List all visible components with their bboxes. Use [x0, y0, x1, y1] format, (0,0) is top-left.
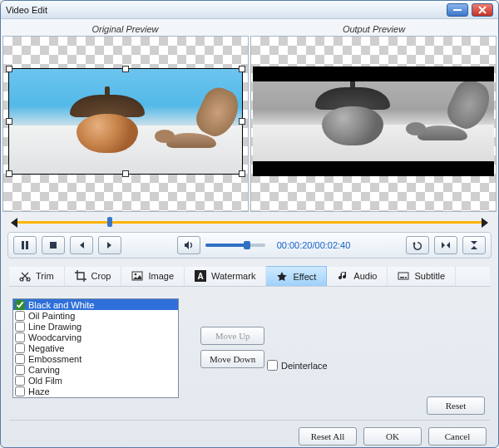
tab-label: Watermark	[211, 271, 255, 281]
list-item[interactable]: Old Film	[13, 375, 178, 386]
ok-button[interactable]: OK	[363, 427, 422, 446]
effect-checkbox[interactable]	[15, 354, 25, 364]
crop-handle[interactable]	[6, 170, 12, 177]
original-preview-label: Original Preview	[1, 24, 250, 34]
effect-checkbox[interactable]	[15, 300, 25, 310]
output-preview	[250, 36, 497, 212]
cancel-button[interactable]: Cancel	[428, 427, 487, 446]
reset-all-button[interactable]: Reset All	[299, 427, 357, 446]
effect-name: Old Film	[28, 376, 62, 386]
tab-label: Subtitle	[414, 271, 445, 281]
svg-point-6	[135, 273, 137, 276]
image-icon	[131, 270, 143, 282]
tab-label: Image	[148, 271, 174, 281]
original-preview[interactable]	[2, 36, 249, 212]
effect-panel: Black and WhiteOil PaintingLine DrawingW…	[9, 293, 490, 416]
effect-name: Shadow	[28, 397, 62, 398]
set-in-point-button[interactable]	[70, 236, 93, 254]
deinterlace-checkbox[interactable]: Deinterlace	[267, 360, 328, 371]
effect-name: Oil Painting	[28, 311, 75, 321]
tab-subtitle[interactable]: Subtitle	[388, 266, 456, 286]
svg-rect-0	[22, 241, 24, 249]
effect-name: Woodcarving	[28, 332, 82, 342]
effect-checkbox[interactable]	[15, 397, 25, 398]
tab-crop[interactable]: Crop	[65, 266, 122, 286]
tab-image[interactable]: Image	[121, 266, 185, 286]
effect-checkbox[interactable]	[15, 376, 25, 386]
effect-checkbox[interactable]	[15, 386, 25, 396]
move-down-button[interactable]: Move Down	[200, 350, 264, 368]
note-icon	[337, 270, 348, 282]
svg-rect-7	[398, 273, 408, 279]
flip-vertical-button[interactable]	[462, 236, 486, 254]
playhead[interactable]	[107, 217, 112, 227]
effect-list[interactable]: Black and WhiteOil PaintingLine DrawingW…	[12, 298, 179, 398]
timeline[interactable]	[12, 215, 487, 230]
tab-label: Crop	[91, 271, 111, 281]
reset-button[interactable]: Reset	[427, 396, 485, 415]
tab-trim[interactable]: Trim	[9, 266, 65, 286]
crop-handle[interactable]	[6, 66, 12, 72]
crop-handle[interactable]	[239, 66, 245, 72]
pause-button[interactable]	[13, 236, 37, 254]
volume-button[interactable]	[177, 236, 200, 254]
effect-checkbox[interactable]	[15, 322, 25, 332]
trim-start-marker-icon[interactable]	[11, 218, 17, 228]
list-item[interactable]: Black and White	[13, 299, 178, 310]
flip-horizontal-button[interactable]	[434, 236, 457, 254]
tab-label: Trim	[36, 271, 54, 281]
output-preview-label: Output Preview	[250, 24, 498, 34]
list-item[interactable]: Embossment	[13, 353, 178, 364]
effect-checkbox[interactable]	[15, 332, 25, 342]
effect-name: Haze	[28, 386, 50, 396]
svg-rect-8	[400, 277, 404, 278]
crop-handle[interactable]	[239, 170, 245, 177]
list-item[interactable]: Haze	[13, 386, 178, 396]
stop-button[interactable]	[42, 236, 65, 254]
tab-effect[interactable]: Effect	[266, 266, 327, 286]
list-item[interactable]: Line Drawing	[13, 321, 178, 332]
svg-rect-9	[405, 277, 407, 278]
list-item[interactable]: Shadow	[13, 396, 178, 397]
trim-end-marker-icon[interactable]	[482, 218, 488, 228]
crop-icon	[75, 270, 86, 282]
list-item[interactable]: Oil Painting	[13, 310, 178, 321]
effect-name: Embossment	[28, 354, 82, 364]
crop-handle[interactable]	[239, 118, 245, 125]
effect-checkbox[interactable]	[15, 311, 25, 321]
deinterlace-label: Deinterlace	[281, 361, 328, 371]
text-icon: A	[195, 270, 206, 282]
transport-bar: 00:00:20/00:02:40	[7, 232, 492, 258]
tab-label: Audio	[353, 271, 377, 281]
list-item[interactable]: Negative	[13, 342, 178, 353]
list-item[interactable]: Carving	[13, 364, 178, 375]
effect-checkbox[interactable]	[15, 343, 25, 353]
time-display: 00:00:20/00:02:40	[277, 240, 351, 250]
titlebar: Video Edit	[1, 1, 498, 19]
minimize-button[interactable]	[447, 3, 468, 17]
list-item[interactable]: Woodcarving	[13, 332, 178, 342]
volume-slider[interactable]	[205, 244, 265, 247]
effect-name: Negative	[28, 343, 64, 353]
move-up-button[interactable]: Move Up	[200, 327, 264, 345]
close-button[interactable]	[472, 3, 493, 17]
crop-handle[interactable]	[122, 170, 129, 177]
subtitle-icon	[398, 270, 409, 282]
crop-handle[interactable]	[122, 66, 129, 72]
tab-watermark[interactable]: AWatermark	[185, 266, 266, 286]
effect-checkbox[interactable]	[15, 365, 25, 375]
tab-label: Effect	[293, 272, 316, 282]
undo-button[interactable]	[406, 236, 429, 254]
dialog-footer: Reset All OK Cancel	[1, 421, 498, 446]
video-edit-window: Video Edit Original Preview Output Previ…	[0, 0, 499, 448]
star-icon	[276, 271, 288, 283]
effect-name: Carving	[28, 365, 60, 375]
effect-name: Line Drawing	[28, 322, 82, 332]
set-out-point-button[interactable]	[98, 236, 121, 254]
scissors-icon	[19, 270, 31, 282]
effect-name: Black and White	[28, 300, 94, 310]
svg-rect-1	[26, 241, 28, 249]
crop-handle[interactable]	[6, 118, 12, 125]
tab-bar: TrimCropImageAWatermarkEffectAudioSubtit…	[9, 267, 490, 287]
tab-audio[interactable]: Audio	[327, 266, 388, 286]
